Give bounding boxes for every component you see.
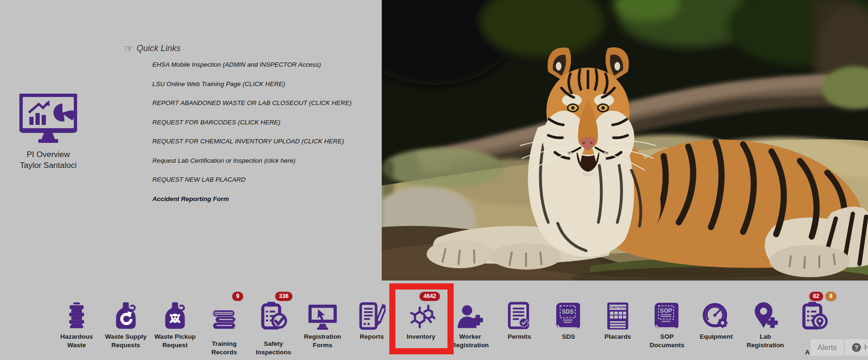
toolbar-item-reports[interactable]: Reports <box>347 290 396 356</box>
svg-text:CAUTION: CAUTION <box>610 305 626 309</box>
pi-overview-block[interactable]: PI Overview Taylor Santaloci <box>6 94 91 171</box>
quick-link-request-lab-certification-or-inspection-[interactable]: Request Lab Certification or Inspection … <box>152 157 360 164</box>
toolbar-item-waste-pickup-request[interactable]: Waste Pickup Request <box>150 290 200 356</box>
toolbar-item-placards[interactable]: CAUTIONPlacards <box>593 290 642 356</box>
molecule-icon: 4642 <box>396 298 446 330</box>
clipboard-check-icon: 336 <box>249 298 298 330</box>
toolbar-item-hazardous-waste[interactable]: Hazardous Waste <box>52 290 101 356</box>
toolbar-item-label: Waste Supply Requests <box>102 333 149 349</box>
caution-placard-icon: CAUTION <box>593 298 642 330</box>
waste-drum-icon <box>52 298 101 330</box>
quick-link-lsu-online-web-training-page-click-here[interactable]: LSU Online Web Training Page (CLICK HERE… <box>152 80 360 88</box>
toolbar-item-label: Hazardous Waste <box>53 333 100 349</box>
quick-links-header: ☞ Quick Links <box>124 44 181 53</box>
sop-book-icon: SOP <box>642 298 692 330</box>
toolbar-item-label: Placards <box>605 333 631 341</box>
toolbar-item-worker-registration[interactable]: Worker Registration <box>446 290 495 356</box>
quick-link-accident-reporting-form[interactable]: Accident Reporting Form <box>152 195 360 202</box>
question-mark-icon: ? <box>852 343 861 352</box>
dashboard-monitor-icon <box>19 94 77 143</box>
toolbar-item-sop-documents[interactable]: SOPSOP Documents <box>642 290 692 356</box>
pi-overview-title: PI Overview <box>6 149 91 160</box>
pi-overview-user: Taylor Santaloci <box>6 160 91 171</box>
toolbar-item-label: SOP Documents <box>643 333 691 349</box>
svg-text:SDS: SDS <box>562 308 574 315</box>
count-badge: 4642 <box>420 292 440 301</box>
toolbar-item-sds[interactable]: SDSSDS <box>544 290 593 356</box>
toolbar-item-lab-registration[interactable]: Lab Registration <box>741 290 790 356</box>
toolbar-item-label: Training Records <box>201 340 248 356</box>
jug-recycle-icon <box>101 298 150 330</box>
quick-link-ehsa-mobile-inspection-admin-and-inspect[interactable]: EHSA Mobile Inspection (ADMIN and INSPEC… <box>152 61 360 68</box>
quick-link-request-new-lab-placard[interactable]: REQUEST NEW LAB PLACARD <box>152 176 360 183</box>
help-button-label: Help <box>864 343 868 352</box>
alerts-button-label: Alerts <box>817 343 837 352</box>
toolbar-item-equipment[interactable]: Equipment <box>692 290 741 356</box>
clipboard-pin-icon: 828 <box>790 298 839 330</box>
toolbar-item-label: Lab Registration <box>742 333 789 349</box>
toolbar-item-inventory[interactable]: 4642Inventory <box>396 290 446 356</box>
sds-book-icon: SDS <box>544 298 593 330</box>
quick-links: EHSA Mobile Inspection (ADMIN and INSPEC… <box>152 61 360 214</box>
svg-text:SOP: SOP <box>660 307 672 314</box>
toolbar-item-label: SDS <box>562 333 575 341</box>
tiger-photo <box>382 0 868 281</box>
count-badge: 82 <box>809 292 823 301</box>
toolbar-item-label: Safety Inspections <box>250 340 297 356</box>
jug-skull-icon <box>150 298 200 330</box>
toolbar-item-training-records[interactable]: 9Training Records <box>200 290 249 356</box>
person-plus-icon <box>446 298 495 330</box>
toolbar-item-label: Reports <box>359 333 384 341</box>
toolbar-item-label: Registration Forms <box>299 333 346 349</box>
count-badge: 336 <box>275 292 292 301</box>
quick-link-request-for-barcodes-click-here[interactable]: REQUEST FOR BARCODES (CLICK HERE) <box>152 119 360 126</box>
pin-plus-icon <box>741 298 790 330</box>
toolbar-item-safety-inspections[interactable]: 336Safety Inspections <box>249 290 298 356</box>
count-badge-secondary: 8 <box>825 292 836 301</box>
quick-link-request-for-chemical-inventory-upload-cl[interactable]: REQUEST FOR CHEMICAL INVENTORY UPLOAD (C… <box>152 138 360 145</box>
doc-seal-icon <box>495 298 544 330</box>
quick-link-report-abandoned-waste-or-lab-closeout-c[interactable]: REPORT ABANDONED WASTE OR LAB CLOSEOUT (… <box>152 99 360 106</box>
toolbar-item-registration-forms[interactable]: Registration Forms <box>298 290 347 356</box>
toolbar-item-waste-supply-requests[interactable]: Waste Supply Requests <box>101 290 150 356</box>
toolbar-item-label: Waste Pickup Request <box>151 333 199 349</box>
pointing-hand-icon: ☞ <box>124 44 133 53</box>
screen: PI Overview Taylor Santaloci ☞ Quick Lin… <box>0 0 868 360</box>
toolbar-item-label: Equipment <box>700 333 733 341</box>
toolbar-item-permits[interactable]: Permits <box>495 290 544 356</box>
gauge-gear-icon <box>692 298 741 330</box>
count-badge: 9 <box>232 292 243 301</box>
toolbar-item-label: Inventory <box>407 333 436 341</box>
alerts-button[interactable]: Alerts <box>810 339 844 356</box>
doc-pencil-icon <box>347 298 396 330</box>
toolbar-item-label: Permits <box>508 333 531 341</box>
toolbar: Hazardous WasteWaste Supply RequestsWast… <box>52 290 839 356</box>
monitor-cursor-icon <box>298 298 347 330</box>
toolbar-item-label: Worker Registration <box>447 333 494 349</box>
help-button[interactable]: ? Help <box>844 339 868 356</box>
books-icon: 9 <box>200 298 249 330</box>
quick-links-title: Quick Links <box>137 44 181 53</box>
